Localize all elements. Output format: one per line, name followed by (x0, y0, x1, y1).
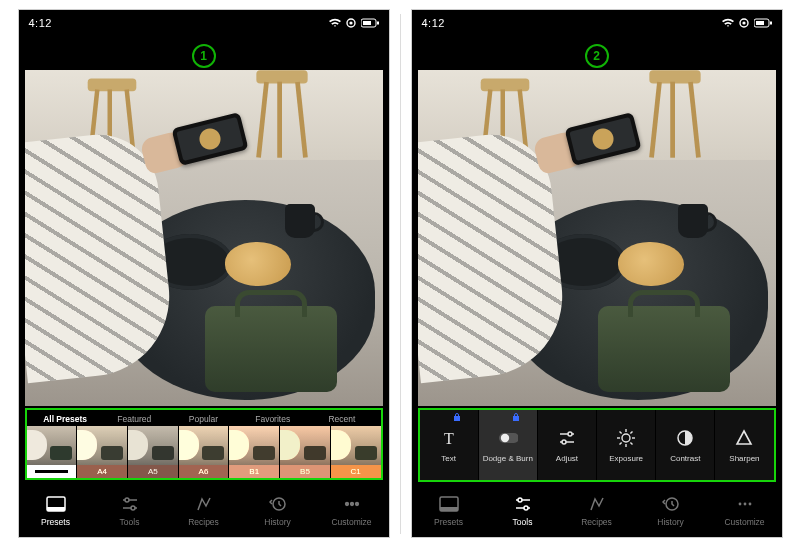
record-icon (346, 18, 356, 28)
tool-text[interactable]: T Text (420, 410, 478, 480)
preset-a6[interactable]: A6 (178, 426, 229, 478)
bottom-nav: Presets Tools Recipes History Customize (412, 485, 782, 537)
preset-thumbnail-strip: A4 A5 A6 B1 B5 C1 (25, 426, 383, 480)
nav-history[interactable]: History (634, 485, 708, 537)
wifi-icon (722, 18, 734, 28)
tab-all-presets[interactable]: All Presets (31, 414, 100, 424)
exposure-icon (616, 428, 636, 448)
svg-point-12 (345, 503, 348, 506)
nav-recipes[interactable]: Recipes (167, 485, 241, 537)
preset-category-tabs: All Presets Featured Popular Favorites R… (25, 408, 383, 428)
status-time: 4:12 (422, 17, 445, 29)
svg-point-43 (518, 498, 522, 502)
tools-icon (513, 495, 533, 513)
svg-point-9 (125, 498, 129, 502)
wifi-icon (329, 18, 341, 28)
presets-icon (46, 495, 66, 513)
svg-point-14 (355, 503, 358, 506)
svg-rect-20 (454, 416, 460, 421)
svg-point-16 (742, 21, 745, 24)
tools-strip: T Text Dodge & Burn Adjust Exposure Cont… (418, 408, 776, 482)
preset-b5[interactable]: B5 (279, 426, 330, 478)
tool-adjust[interactable]: Adjust (537, 410, 596, 480)
phone-screenshot-2: 4:12 2 T Text Dodge & Burn (411, 9, 783, 538)
svg-point-48 (748, 503, 751, 506)
contrast-icon (675, 428, 695, 448)
preset-a4[interactable]: A4 (76, 426, 127, 478)
status-bar: 4:12 (19, 10, 389, 36)
tab-featured[interactable]: Featured (100, 414, 169, 424)
battery-icon (361, 18, 379, 28)
tool-contrast[interactable]: Contrast (655, 410, 714, 480)
tab-popular[interactable]: Popular (169, 414, 238, 424)
status-bar: 4:12 (412, 10, 782, 36)
svg-point-47 (743, 503, 746, 506)
tool-sharpen[interactable]: Sharpen (714, 410, 773, 480)
panel-divider (400, 14, 401, 534)
tool-dodge-burn[interactable]: Dodge & Burn (478, 410, 537, 480)
svg-point-1 (349, 21, 352, 24)
step-marker-1: 1 (192, 44, 216, 68)
nav-customize[interactable]: Customize (315, 485, 389, 537)
nav-tools[interactable]: Tools (486, 485, 560, 537)
svg-point-44 (524, 506, 528, 510)
svg-point-27 (568, 432, 572, 436)
svg-rect-6 (47, 507, 65, 511)
sharpen-icon (734, 428, 754, 448)
recipes-icon (194, 495, 214, 513)
svg-line-34 (620, 431, 622, 433)
customize-icon (342, 495, 362, 513)
nav-recipes[interactable]: Recipes (560, 485, 634, 537)
svg-point-24 (501, 433, 509, 441)
recipes-icon (587, 495, 607, 513)
svg-line-35 (630, 442, 632, 444)
svg-rect-22 (513, 416, 519, 421)
battery-icon (754, 18, 772, 28)
tab-favorites[interactable]: Favorites (238, 414, 307, 424)
presets-icon (439, 495, 459, 513)
history-icon (661, 495, 681, 513)
preset-a5[interactable]: A5 (127, 426, 178, 478)
svg-line-36 (630, 431, 632, 433)
preset-c1[interactable]: C1 (330, 426, 381, 478)
preset-b1[interactable]: B1 (228, 426, 279, 478)
history-icon (268, 495, 288, 513)
svg-point-10 (131, 506, 135, 510)
step-marker-2: 2 (585, 44, 609, 68)
svg-line-37 (620, 442, 622, 444)
nav-history[interactable]: History (241, 485, 315, 537)
svg-point-46 (738, 503, 741, 506)
tab-recent[interactable]: Recent (307, 414, 376, 424)
nav-presets[interactable]: Presets (412, 485, 486, 537)
svg-text:T: T (444, 430, 454, 447)
text-tool-icon: T (439, 428, 459, 448)
nav-tools[interactable]: Tools (93, 485, 167, 537)
svg-point-29 (622, 434, 630, 442)
phone-screenshot-1: 4:12 1 All Presets Featured Popular Favo… (18, 9, 390, 538)
preset-original[interactable] (27, 426, 77, 478)
svg-rect-40 (440, 507, 458, 511)
svg-rect-19 (770, 22, 772, 25)
svg-rect-3 (363, 21, 371, 25)
svg-rect-4 (377, 22, 379, 25)
svg-point-28 (562, 440, 566, 444)
customize-icon (735, 495, 755, 513)
dodge-burn-icon (498, 428, 518, 448)
tools-icon (120, 495, 140, 513)
lock-icon (512, 413, 520, 421)
bottom-nav: Presets Tools Recipes History Customize (19, 485, 389, 537)
nav-presets[interactable]: Presets (19, 485, 93, 537)
status-time: 4:12 (29, 17, 52, 29)
editing-photo[interactable] (418, 70, 776, 406)
nav-customize[interactable]: Customize (708, 485, 782, 537)
svg-rect-18 (756, 21, 764, 25)
tutorial-stage: 4:12 1 All Presets Featured Popular Favo… (0, 0, 800, 547)
svg-point-13 (350, 503, 353, 506)
lock-icon (453, 413, 461, 421)
record-icon (739, 18, 749, 28)
adjust-icon (557, 428, 577, 448)
editing-photo[interactable] (25, 70, 383, 406)
tool-exposure[interactable]: Exposure (596, 410, 655, 480)
